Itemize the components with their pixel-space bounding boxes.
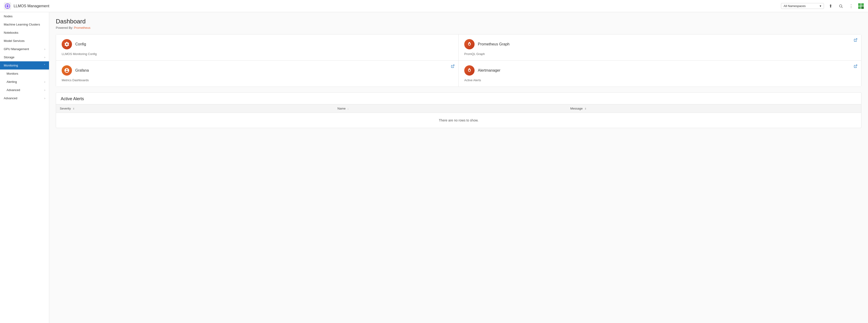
alerts-table: Severity ⇕ Name ↓ Message ⇕ bbox=[56, 104, 861, 128]
chevron-down-icon: ˅ bbox=[44, 64, 45, 67]
table-empty-row: There are no rows to show. bbox=[56, 113, 861, 128]
svg-rect-11 bbox=[858, 6, 861, 9]
active-alerts-section: Active Alerts Severity ⇕ Name ↓ Messag bbox=[56, 93, 862, 128]
sidebar-item-nodes[interactable]: Nodes bbox=[0, 12, 49, 21]
header-left: LLMOS Management bbox=[4, 2, 49, 10]
sidebar-item-notebooks[interactable]: Notebooks bbox=[0, 29, 49, 37]
sidebar-item-advanced-label: Advanced bbox=[4, 97, 17, 100]
grafana-icon bbox=[62, 65, 72, 76]
alertmanager-card-header: Alertmanager bbox=[464, 65, 856, 76]
alertmanager-card-title: Alertmanager bbox=[478, 68, 500, 73]
chevron-down-icon: ▾ bbox=[820, 4, 822, 8]
sidebar-item-monitors-label: Monitors bbox=[6, 72, 18, 75]
svg-rect-9 bbox=[858, 3, 861, 6]
page-title: Dashboard bbox=[56, 18, 862, 25]
sidebar-item-monitoring[interactable]: Monitoring ˅ bbox=[0, 61, 49, 70]
app-title: LLMOS Management bbox=[13, 4, 49, 8]
sidebar-item-monitoring-label: Monitoring bbox=[4, 64, 18, 67]
chevron-right-icon: › bbox=[44, 47, 45, 51]
external-link-icon[interactable] bbox=[854, 64, 858, 69]
alertmanager-card[interactable]: Alertmanager Active Alerts bbox=[459, 60, 861, 86]
sidebar-item-monitors[interactable]: Monitors bbox=[0, 70, 49, 78]
sidebar-item-nodes-label: Nodes bbox=[4, 14, 13, 18]
main-content: Dashboard Powered By: Prometheus Config … bbox=[49, 12, 868, 323]
main-layout: Nodes Machine Learning Clusters Notebook… bbox=[0, 12, 868, 323]
header-right: All Namespaces ▾ ⬆ ⋮ bbox=[781, 2, 864, 10]
svg-line-8 bbox=[841, 7, 842, 8]
svg-line-14 bbox=[453, 65, 454, 67]
sidebar-item-alerting[interactable]: Alerting › bbox=[0, 78, 49, 86]
sidebar-item-storage-label: Storage bbox=[4, 56, 14, 59]
chevron-right-icon: › bbox=[44, 88, 45, 92]
svg-line-15 bbox=[855, 65, 857, 67]
powered-by: Powered By: Prometheus bbox=[56, 26, 862, 30]
cards-grid: Config LLMOS Monitoring Config bbox=[56, 34, 862, 87]
alertmanager-card-subtitle: Active Alerts bbox=[464, 78, 856, 82]
name-column-header[interactable]: Name ↓ bbox=[334, 104, 566, 113]
message-column-header[interactable]: Message ⇕ bbox=[566, 104, 861, 113]
svg-line-13 bbox=[855, 39, 857, 40]
upload-button[interactable]: ⬆ bbox=[827, 2, 834, 10]
chevron-right-icon: › bbox=[44, 80, 45, 83]
sidebar-item-advanced-sub-label: Advanced bbox=[6, 88, 20, 92]
grafana-card[interactable]: Grafana Metrics Dashboards bbox=[56, 60, 459, 86]
prometheus-graph-icon bbox=[464, 39, 474, 49]
prometheus-link[interactable]: Prometheus bbox=[74, 26, 90, 30]
no-rows-message: There are no rows to show. bbox=[56, 113, 861, 128]
search-button[interactable] bbox=[837, 2, 844, 10]
grafana-card-title: Grafana bbox=[75, 68, 89, 73]
chevron-right-icon: › bbox=[44, 56, 45, 59]
config-card-title: Config bbox=[75, 42, 86, 46]
sort-icon: ↓ bbox=[347, 107, 349, 110]
sidebar-item-advanced-sub[interactable]: Advanced › bbox=[0, 86, 49, 94]
sidebar-item-alerting-label: Alerting bbox=[6, 80, 17, 83]
external-link-icon[interactable] bbox=[451, 64, 455, 69]
config-card-header: Config bbox=[62, 39, 453, 49]
prometheus-graph-card[interactable]: Prometheus Graph PromQL Graph bbox=[459, 34, 861, 60]
svg-rect-10 bbox=[861, 3, 864, 6]
active-alerts-title: Active Alerts bbox=[56, 93, 861, 104]
namespace-dropdown[interactable]: All Namespaces ▾ bbox=[781, 3, 824, 9]
grid-icon bbox=[858, 3, 864, 9]
alertmanager-icon bbox=[464, 65, 474, 76]
sidebar-item-gpu-management-label: GPU Management bbox=[4, 47, 29, 51]
sort-icon: ⇕ bbox=[73, 107, 74, 110]
grafana-card-subtitle: Metrics Dashboards bbox=[62, 78, 453, 82]
prometheus-graph-card-subtitle: PromQL Graph bbox=[464, 52, 856, 56]
sidebar-item-ml-clusters[interactable]: Machine Learning Clusters bbox=[0, 21, 49, 29]
severity-column-header[interactable]: Severity ⇕ bbox=[56, 104, 334, 113]
more-options-button[interactable]: ⋮ bbox=[847, 2, 855, 10]
sidebar-item-storage[interactable]: Storage › bbox=[0, 53, 49, 61]
config-icon bbox=[62, 39, 72, 49]
prometheus-graph-card-title: Prometheus Graph bbox=[478, 42, 509, 46]
table-header-row: Severity ⇕ Name ↓ Message ⇕ bbox=[56, 104, 861, 113]
sidebar-item-model-services[interactable]: Model Services bbox=[0, 37, 49, 45]
config-card-subtitle: LLMOS Monitoring Config bbox=[62, 52, 453, 56]
namespace-label: All Namespaces bbox=[783, 4, 806, 8]
sort-icon: ⇕ bbox=[585, 107, 586, 110]
sidebar: Nodes Machine Learning Clusters Notebook… bbox=[0, 12, 49, 323]
config-card[interactable]: Config LLMOS Monitoring Config bbox=[56, 34, 459, 60]
chevron-right-icon: › bbox=[44, 97, 45, 100]
sidebar-item-gpu-management[interactable]: GPU Management › bbox=[0, 45, 49, 53]
external-link-icon[interactable] bbox=[854, 38, 858, 43]
sidebar-item-advanced[interactable]: Advanced › bbox=[0, 94, 49, 102]
grafana-card-header: Grafana bbox=[62, 65, 453, 76]
svg-point-2 bbox=[6, 5, 8, 7]
app-logo-icon bbox=[4, 2, 11, 10]
sidebar-item-ml-clusters-label: Machine Learning Clusters bbox=[4, 23, 40, 26]
sidebar-item-model-services-label: Model Services bbox=[4, 39, 25, 43]
prometheus-graph-card-header: Prometheus Graph bbox=[464, 39, 856, 49]
svg-rect-12 bbox=[861, 6, 864, 9]
sidebar-item-notebooks-label: Notebooks bbox=[4, 31, 18, 34]
app-header: LLMOS Management All Namespaces ▾ ⬆ ⋮ bbox=[0, 0, 868, 12]
svg-point-7 bbox=[839, 5, 842, 7]
